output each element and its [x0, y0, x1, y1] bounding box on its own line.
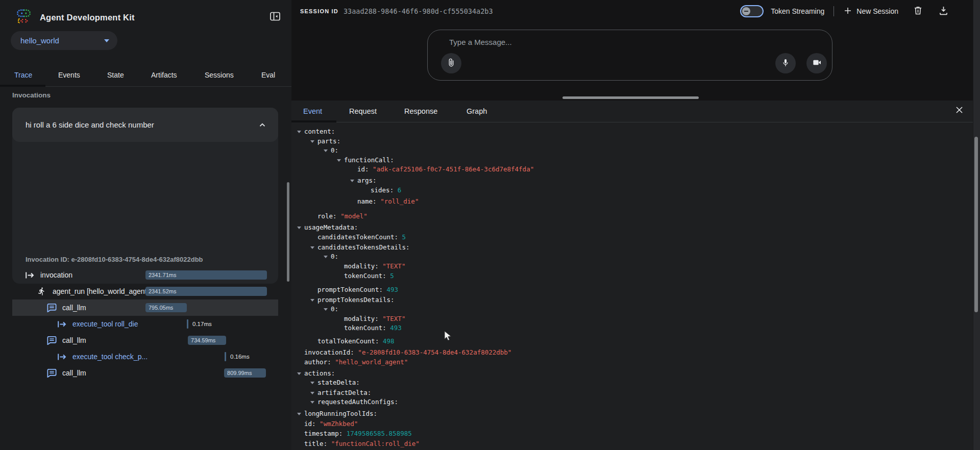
download-icon — [938, 5, 949, 17]
json-key: parts: — [317, 137, 340, 145]
expand-triangle-icon[interactable] — [324, 149, 328, 152]
agent-run-icon — [37, 287, 48, 296]
json-key: stateDelta: — [317, 379, 360, 386]
trace-row-label: call_llm — [62, 365, 86, 381]
json-key: modality: — [344, 315, 382, 322]
tab-state[interactable]: State — [107, 64, 124, 86]
json-line: candidatesTokenCount: 5 — [291, 233, 965, 242]
sidebar-tab-bar: Trace Events State Artifacts Sessions Ev… — [0, 64, 291, 87]
expand-triangle-icon[interactable] — [297, 227, 301, 229]
trace-duration-label: 2341.71ms — [149, 270, 267, 280]
new-session-button[interactable]: New Session — [843, 6, 898, 17]
video-button[interactable] — [806, 53, 827, 73]
json-key: content: — [304, 128, 335, 135]
app-title: Agent Development Kit — [40, 13, 135, 22]
message-box — [427, 30, 832, 81]
json-key: candidatesTokensDetails: — [317, 243, 410, 251]
tab-trace[interactable]: Trace — [14, 64, 32, 86]
execute-arrow-icon — [57, 319, 68, 329]
tab-events[interactable]: Events — [58, 64, 80, 86]
message-input[interactable] — [449, 34, 735, 49]
json-key: sides: — [371, 186, 398, 194]
invocation-card: hi roll a 6 side dice and check number I… — [12, 108, 278, 284]
json-key: 0: — [331, 253, 338, 260]
tab-event[interactable]: Event — [303, 101, 322, 122]
tab-eval[interactable]: Eval — [261, 64, 275, 86]
expand-triangle-icon[interactable] — [310, 299, 314, 302]
json-value: 5 — [390, 272, 394, 280]
expand-triangle-icon[interactable] — [310, 392, 314, 394]
json-key: args: — [357, 177, 377, 184]
json-key: candidatesTokenCount: — [317, 233, 402, 241]
json-line: parts: — [291, 137, 965, 146]
attach-file-button[interactable] — [441, 53, 461, 73]
trace-row[interactable]: execute_tool roll_die0.17ms — [12, 316, 278, 332]
close-icon — [954, 105, 964, 116]
expand-triangle-icon[interactable] — [310, 140, 314, 143]
trace-row[interactable]: agent_run [hello_world_agent]2341.52ms — [12, 283, 278, 299]
json-value: "model" — [340, 212, 368, 220]
tab-response[interactable]: Response — [404, 101, 437, 122]
expand-triangle-icon[interactable] — [324, 256, 328, 258]
session-id-label: SESSION ID — [300, 8, 338, 14]
json-line: usageMetadata: — [291, 223, 965, 233]
trace-row[interactable]: call_llm795.05ms — [12, 299, 278, 316]
json-value: "hello_world_agent" — [335, 358, 408, 366]
tab-sessions[interactable]: Sessions — [205, 64, 234, 86]
details-vscrollbar-thumb[interactable] — [974, 137, 978, 312]
trace-row-label: agent_run [hello_world_agent] — [53, 283, 149, 299]
json-key: 0: — [331, 305, 338, 313]
json-key: tokenCount: — [344, 272, 390, 280]
chevron-up-icon — [258, 120, 267, 130]
mic-button[interactable] — [775, 53, 796, 73]
json-line: title: "functionCall:roll_die" — [291, 439, 965, 449]
json-key: title: — [304, 440, 331, 447]
token-streaming-toggle[interactable] — [740, 5, 764, 17]
details-tab-bar: Event Request Response Graph — [291, 101, 980, 122]
sidebar-vscrollbar-thumb[interactable] — [287, 182, 289, 282]
expand-triangle-icon[interactable] — [337, 159, 341, 162]
trace-duration-bar: 809.99ms — [224, 368, 266, 378]
json-key: timestamp: — [304, 430, 347, 437]
json-value: "functionCall:roll_die" — [331, 440, 420, 447]
app-select[interactable]: hello_world — [11, 31, 117, 50]
expand-triangle-icon[interactable] — [310, 382, 314, 384]
sidebar: Agent Development Kit hello_world Trace … — [0, 0, 291, 450]
expand-triangle-icon[interactable] — [310, 401, 314, 404]
json-value: "wmZhkbed" — [320, 420, 358, 428]
expand-triangle-icon[interactable] — [350, 180, 354, 182]
json-key: actions: — [304, 369, 335, 377]
expand-triangle-icon[interactable] — [297, 131, 301, 133]
invocation-header[interactable]: hi roll a 6 side dice and check number — [12, 108, 278, 142]
export-session-button[interactable] — [937, 5, 949, 17]
chat-hscrollbar-thumb[interactable] — [562, 96, 699, 99]
json-line: modality: "TEXT" — [291, 262, 965, 271]
collapse-sidebar-button[interactable] — [267, 9, 283, 24]
expand-triangle-icon[interactable] — [297, 413, 301, 415]
toggle-knob — [742, 7, 750, 15]
json-line: id: "wmZhkbed" — [291, 419, 965, 429]
expand-triangle-icon[interactable] — [297, 372, 301, 375]
expand-triangle-icon[interactable] — [310, 246, 314, 249]
expand-triangle-icon[interactable] — [324, 308, 328, 311]
trace-row[interactable]: invocation2341.71ms — [12, 267, 278, 283]
json-line: totalTokenCount: 498 — [291, 337, 965, 346]
close-details-button[interactable] — [950, 102, 968, 120]
json-line: requestedAuthConfigs: — [291, 397, 965, 407]
json-line: modality: "TEXT" — [291, 314, 965, 324]
collapse-panel-icon — [268, 10, 282, 24]
trace-row[interactable]: execute_tool check_p...0.16ms — [12, 348, 278, 365]
json-key: promptTokenCount: — [317, 286, 386, 293]
trace-duration-tick — [187, 319, 188, 329]
trace-row-label: execute_tool roll_die — [72, 316, 138, 332]
chat-icon — [47, 368, 58, 378]
tab-graph[interactable]: Graph — [467, 101, 487, 122]
delete-session-button[interactable] — [912, 5, 924, 17]
tab-artifacts[interactable]: Artifacts — [151, 64, 177, 86]
trace-row[interactable]: call_llm734.59ms — [12, 332, 278, 348]
tab-request[interactable]: Request — [349, 101, 377, 122]
trace-row[interactable]: call_llm809.99ms — [12, 365, 278, 381]
json-value: 493 — [390, 324, 402, 332]
token-streaming-label: Token Streaming — [771, 7, 824, 15]
adk-logo-icon — [15, 8, 33, 27]
